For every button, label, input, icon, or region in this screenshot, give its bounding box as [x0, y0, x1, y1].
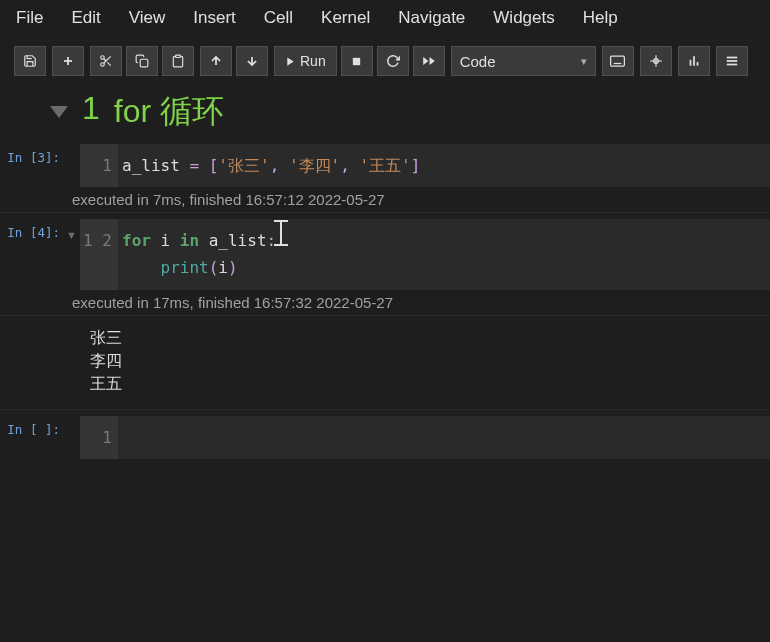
- bar-chart-icon: [687, 54, 701, 68]
- menu-insert[interactable]: Insert: [193, 8, 236, 28]
- save-icon: [23, 54, 37, 68]
- menu-help[interactable]: Help: [583, 8, 618, 28]
- line-gutter: 1 2: [80, 219, 118, 289]
- cell-input-row: In [ ]:▼1: [0, 416, 770, 459]
- list-icon: [725, 54, 739, 68]
- chevron-down-icon: ▾: [581, 55, 587, 68]
- svg-rect-8: [176, 55, 181, 57]
- cell-type-select[interactable]: Code ▾: [451, 46, 596, 76]
- run-button[interactable]: Run: [274, 46, 337, 76]
- paste-icon: [171, 54, 185, 68]
- copy-icon: [135, 54, 149, 68]
- menu-cell[interactable]: Cell: [264, 8, 293, 28]
- line-gutter: 1: [80, 416, 118, 459]
- code-input[interactable]: 1a_list = ['张三', '李四', '王五']: [80, 144, 770, 187]
- svg-line-5: [107, 62, 110, 65]
- copy-button[interactable]: [126, 46, 158, 76]
- svg-line-6: [104, 59, 106, 61]
- cell-type-value: Code: [460, 53, 496, 70]
- markdown-heading-cell[interactable]: 1 for 循环: [0, 86, 770, 138]
- nbextension-button-1[interactable]: [640, 46, 672, 76]
- menu-edit[interactable]: Edit: [71, 8, 100, 28]
- restart-icon: [386, 54, 400, 68]
- interrupt-button[interactable]: [341, 46, 373, 76]
- move-up-button[interactable]: [200, 46, 232, 76]
- plus-icon: [61, 54, 75, 68]
- execution-time: executed in 7ms, finished 16:57:12 2022-…: [0, 187, 770, 213]
- code-input[interactable]: 1 2for i in a_list: print(i): [80, 219, 770, 289]
- restart-run-all-button[interactable]: [413, 46, 445, 76]
- menubar: File Edit View Insert Cell Kernel Naviga…: [0, 0, 770, 36]
- run-label: Run: [300, 53, 326, 69]
- menu-file[interactable]: File: [16, 8, 43, 28]
- execution-time: executed in 17ms, finished 16:57:32 2022…: [0, 290, 770, 316]
- heading-number: 1: [82, 90, 100, 134]
- svg-marker-11: [287, 57, 293, 65]
- code-input[interactable]: 1: [80, 416, 770, 459]
- heading-text: 1 for 循环: [82, 90, 224, 134]
- line-gutter: 1: [80, 144, 118, 187]
- svg-rect-15: [611, 56, 625, 66]
- code-cell: In [ ]:▼1: [0, 416, 770, 459]
- collapse-toggle-icon[interactable]: [50, 106, 68, 118]
- play-icon: [285, 56, 296, 67]
- fast-forward-icon: [422, 54, 436, 68]
- code-text[interactable]: for i in a_list: print(i): [118, 219, 770, 289]
- input-prompt: In [3]:: [0, 144, 66, 165]
- svg-point-3: [101, 63, 105, 67]
- crosshair-icon: [649, 54, 663, 68]
- svg-rect-7: [140, 59, 148, 67]
- cells-container: In [3]:▼1a_list = ['张三', '李四', '王五']exec…: [0, 144, 770, 459]
- move-down-button[interactable]: [236, 46, 268, 76]
- paste-button[interactable]: [162, 46, 194, 76]
- save-button[interactable]: [14, 46, 46, 76]
- toolbar: Run Code ▾: [0, 36, 770, 86]
- stop-icon: [351, 56, 362, 67]
- add-cell-button[interactable]: [52, 46, 84, 76]
- keyboard-icon: [610, 55, 625, 67]
- menu-view[interactable]: View: [129, 8, 166, 28]
- svg-rect-12: [353, 57, 360, 64]
- svg-marker-14: [423, 57, 428, 65]
- menu-widgets[interactable]: Widgets: [493, 8, 554, 28]
- arrow-down-icon: [245, 54, 259, 68]
- command-palette-button[interactable]: [602, 46, 634, 76]
- nbextension-button-3[interactable]: [716, 46, 748, 76]
- input-prompt: In [4]:: [0, 219, 66, 240]
- cell-input-row: In [4]:▼1 2for i in a_list: print(i): [0, 219, 770, 289]
- nbextension-button-2[interactable]: [678, 46, 710, 76]
- cut-button[interactable]: [90, 46, 122, 76]
- cut-icon: [99, 54, 113, 68]
- arrow-up-icon: [209, 54, 223, 68]
- svg-point-2: [101, 56, 105, 60]
- code-cell: In [4]:▼1 2for i in a_list: print(i)exec…: [0, 219, 770, 410]
- cell-output: 张三 李四 王五: [0, 316, 770, 411]
- input-prompt: In [ ]:: [0, 416, 66, 437]
- code-cell: In [3]:▼1a_list = ['张三', '李四', '王五']exec…: [0, 144, 770, 213]
- code-text[interactable]: a_list = ['张三', '李四', '王五']: [118, 144, 770, 187]
- heading-title: for 循环: [114, 90, 224, 134]
- restart-button[interactable]: [377, 46, 409, 76]
- code-text[interactable]: [118, 416, 770, 459]
- fold-toggle-icon[interactable]: ▼: [66, 219, 80, 241]
- menu-navigate[interactable]: Navigate: [398, 8, 465, 28]
- cell-input-row: In [3]:▼1a_list = ['张三', '李四', '王五']: [0, 144, 770, 187]
- svg-marker-13: [429, 57, 434, 65]
- menu-kernel[interactable]: Kernel: [321, 8, 370, 28]
